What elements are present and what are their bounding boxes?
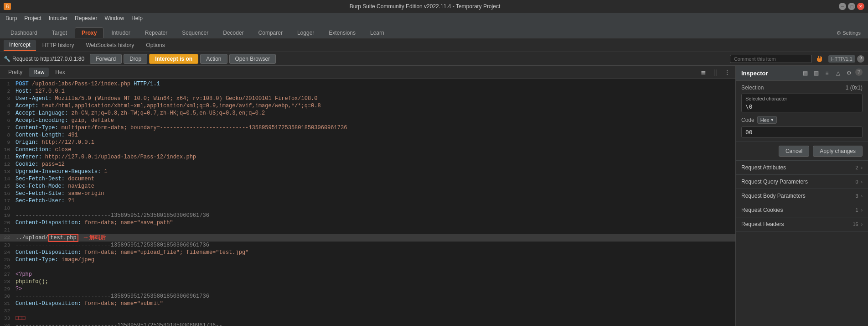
inspector-section-request-query-params[interactable]: Request Query Parameters0›	[736, 175, 868, 189]
line-number: 32	[0, 307, 14, 315]
section-title: Request Cookies	[741, 207, 783, 213]
topnav-tab-learn[interactable]: Learn	[363, 27, 391, 38]
apply-changes-button[interactable]: Apply changes	[813, 146, 863, 157]
line-content: Sec-Fetch-User: ?1	[14, 197, 735, 205]
line-number: 25	[0, 256, 14, 263]
minimize-button[interactable]: ─	[839, 3, 846, 10]
editor-area: Pretty Raw Hex ≣ ∥ ⋮ 1POST /upload-labs/…	[0, 66, 736, 326]
topnav-tab-intruder[interactable]: Intruder	[104, 27, 137, 38]
hex-chevron-icon: ▾	[771, 117, 774, 123]
request-line: 22../upload/test.php→解码后	[0, 234, 735, 242]
topnav-tab-decoder[interactable]: Decoder	[216, 27, 250, 38]
inspector-section-request-attributes[interactable]: Request Attributes2›	[736, 161, 868, 175]
action-button[interactable]: Action	[200, 54, 227, 64]
forward-button[interactable]: Forward	[90, 54, 122, 64]
inspector-layout-btn2[interactable]: ▥	[811, 68, 821, 78]
inspector-body: Selection 1 (0x1) Selected character \0 …	[736, 81, 868, 326]
request-line: 32	[0, 307, 735, 315]
line-content: Cookie: pass=12	[14, 161, 735, 168]
topnav-tab-repeater[interactable]: Repeater	[138, 27, 174, 38]
inspector-collapse-btn[interactable]: △	[833, 68, 842, 78]
request-line: 25Content-Type: image/jpeg	[0, 256, 735, 263]
selection-block: Selection 1 (0x1) Selected character \0 …	[736, 81, 868, 142]
menu-item-burp[interactable]: Burp	[2, 14, 21, 22]
help-icon[interactable]: ?	[857, 55, 864, 63]
line-content: <?php	[14, 271, 735, 278]
cancel-button[interactable]: Cancel	[779, 146, 809, 157]
proxytab-websockets[interactable]: WebSockets history	[81, 40, 140, 50]
request-text[interactable]: 1POST /upload-labs/Pass-12/index.php HTT…	[0, 79, 735, 326]
line-number: 33	[0, 315, 14, 322]
topnav-tab-extensions[interactable]: Extensions	[322, 27, 362, 38]
line-content: Content-Type: image/jpeg	[14, 256, 735, 263]
open-browser-button[interactable]: Open Browser	[229, 54, 276, 64]
section-count: 2	[856, 165, 858, 170]
inspector-section-request-headers[interactable]: Request Headers16›	[736, 217, 868, 231]
topnav-tab-logger[interactable]: Logger	[290, 27, 321, 38]
inspector-help-btn[interactable]: ?	[855, 68, 863, 76]
proxytab-options[interactable]: Options	[140, 40, 170, 50]
menu-item-window[interactable]: Window	[101, 14, 128, 22]
line-content	[14, 205, 735, 212]
columns-icon[interactable]: ∥	[711, 68, 720, 77]
section-header-request-headers[interactable]: Request Headers16›	[736, 217, 868, 231]
section-header-request-attributes[interactable]: Request Attributes2›	[736, 161, 868, 174]
titlebar: B Burp Suite Community Edition v2022.11.…	[0, 0, 868, 13]
code-row: Code Hex ▾	[741, 116, 863, 124]
inspector-section-request-body-params[interactable]: Request Body Parameters3›	[736, 189, 868, 203]
line-number: 29	[0, 285, 14, 293]
line-content: Referer: http://127.0.0.1/upload-labs/Pa…	[14, 153, 735, 161]
topnav-settings[interactable]: ⚙ Settings	[833, 28, 864, 38]
tab-pretty[interactable]: Pretty	[4, 68, 27, 77]
request-line: 5Accept-Language: zh-CN,zh;q=0.8,zh-TW;q…	[0, 110, 735, 117]
request-line: 26	[0, 263, 735, 271]
chevron-right-icon: ›	[861, 165, 863, 170]
line-content: Host: 127.0.0.1	[14, 88, 735, 95]
menu-item-repeater[interactable]: Repeater	[71, 14, 101, 22]
chevron-right-icon: ›	[861, 208, 863, 213]
topnav-tab-target[interactable]: Target	[45, 27, 74, 38]
line-content: Accept-Language: zh-CN,zh;q=0.8,zh-TW;q=…	[14, 110, 735, 117]
section-header-request-body-params[interactable]: Request Body Parameters3›	[736, 189, 868, 203]
menu-item-intruder[interactable]: Intruder	[45, 14, 71, 22]
section-count: 0	[856, 179, 858, 184]
inspector-layout-btn1[interactable]: ▤	[801, 68, 810, 78]
intercept-toggle-button[interactable]: Intercept is on	[149, 54, 198, 64]
line-content: Sec-Fetch-Site: same-origin	[14, 190, 735, 197]
restore-button[interactable]: ◻	[848, 3, 855, 10]
more-icon[interactable]: ⋮	[723, 68, 732, 77]
menu-item-help[interactable]: Help	[128, 14, 146, 22]
topnav-tab-comparer[interactable]: Comparer	[252, 27, 289, 38]
tab-hex[interactable]: Hex	[51, 68, 69, 77]
line-number: 1	[0, 80, 14, 88]
request-line: 2Host: 127.0.0.1	[0, 88, 735, 95]
proxytab-http-history[interactable]: HTTP history	[37, 40, 80, 50]
close-button[interactable]: ✕	[857, 3, 864, 10]
topnav-tab-sequencer[interactable]: Sequencer	[175, 27, 215, 38]
menu-item-project[interactable]: Project	[21, 14, 45, 22]
section-header-request-query-params[interactable]: Request Query Parameters0›	[736, 175, 868, 189]
line-number: 17	[0, 197, 14, 205]
line-number: 19	[0, 212, 14, 219]
topnav-tab-proxy[interactable]: Proxy	[75, 27, 103, 38]
decode-annotation: 解码后	[89, 234, 106, 241]
inspector-panel: Inspector ▤ ▥ ≡ △ ⚙ ? Selection 1 (0x1) …	[736, 66, 868, 326]
tab-raw[interactable]: Raw	[29, 68, 49, 77]
section-header-request-cookies[interactable]: Request Cookies1›	[736, 203, 868, 217]
line-content: ?>	[14, 285, 735, 293]
request-line: 28phpinfo();	[0, 278, 735, 285]
drop-button[interactable]: Drop	[124, 54, 147, 64]
inspector-section-request-cookies[interactable]: Request Cookies1›	[736, 203, 868, 217]
line-number: 2	[0, 88, 14, 95]
topnav-tab-dashboard[interactable]: Dashboard	[4, 27, 44, 38]
line-content	[14, 263, 735, 271]
request-line: 7Content-Type: multipart/form-data; boun…	[0, 124, 735, 131]
comment-input[interactable]	[730, 55, 812, 63]
inspector-settings-btn[interactable]: ⚙	[844, 68, 853, 78]
hex-dropdown[interactable]: Hex ▾	[757, 116, 777, 124]
proxytab-intercept[interactable]: Intercept	[4, 40, 36, 51]
wrap-icon[interactable]: ≣	[699, 68, 708, 77]
line-content: Sec-Fetch-Mode: navigate	[14, 183, 735, 190]
line-number: 15	[0, 183, 14, 190]
inspector-align-btn[interactable]: ≡	[822, 68, 832, 78]
